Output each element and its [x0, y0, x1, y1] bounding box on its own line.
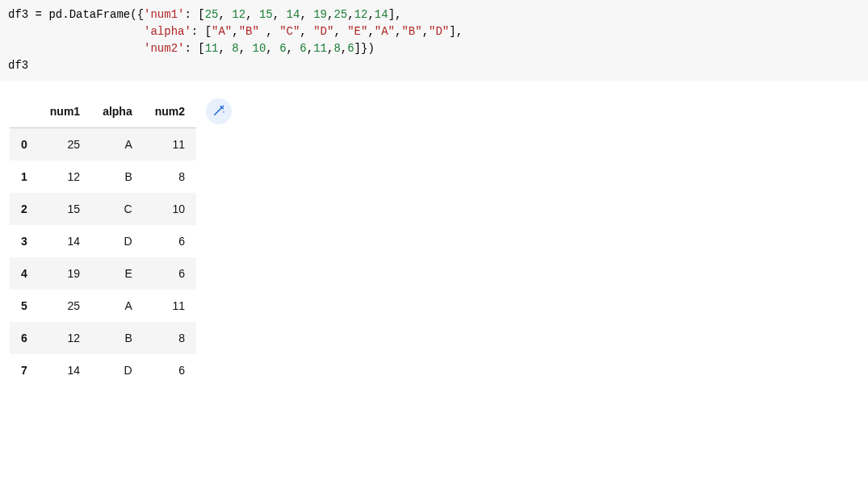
- row-index: 0: [10, 128, 39, 161]
- col-header-alpha: alpha: [91, 95, 144, 128]
- cell-alpha: D: [91, 354, 144, 386]
- cell-alpha: A: [91, 128, 144, 161]
- cell-num2: 6: [144, 354, 196, 386]
- magic-wand-icon: [212, 103, 226, 120]
- col-header-num2: num2: [144, 95, 196, 128]
- cell-num2: 6: [144, 257, 196, 290]
- code-line-3: 'num2': [11, 8, 10, 6, 6,11,8,6]}): [8, 42, 375, 55]
- cell-num2: 8: [144, 322, 196, 354]
- table-row: 5 25 A 11: [10, 290, 196, 322]
- cell-num1: 15: [39, 193, 91, 225]
- row-index: 3: [10, 225, 39, 257]
- table-row: 4 19 E 6: [10, 257, 196, 290]
- code-cell[interactable]: df3 = pd.DataFrame({'num1': [25, 12, 15,…: [0, 0, 868, 81]
- row-index: 2: [10, 193, 39, 225]
- code-line-2: 'alpha': ["A","B" , "C", "D", "E","A","B…: [8, 25, 463, 38]
- cell-num2: 11: [144, 290, 196, 322]
- cell-num1: 14: [39, 225, 91, 257]
- table-row: 1 12 B 8: [10, 161, 196, 193]
- cell-alpha: B: [91, 161, 144, 193]
- output-area: num1 alpha num2 0 25 A 11 1 12 B 8: [0, 95, 868, 386]
- table-row: 0 25 A 11: [10, 128, 196, 161]
- row-index: 7: [10, 354, 39, 386]
- row-index: 4: [10, 257, 39, 290]
- row-index: 6: [10, 322, 39, 354]
- cell-num1: 25: [39, 128, 91, 161]
- dataframe-table: num1 alpha num2 0 25 A 11 1 12 B 8: [10, 95, 196, 386]
- cell-alpha: D: [91, 225, 144, 257]
- cell-num2: 8: [144, 161, 196, 193]
- table-row: 2 15 C 10: [10, 193, 196, 225]
- index-header: [10, 95, 39, 128]
- cell-num1: 25: [39, 290, 91, 322]
- suggest-charts-button[interactable]: [206, 98, 232, 124]
- code-line-1: df3 = pd.DataFrame({'num1': [25, 12, 15,…: [8, 8, 401, 21]
- cell-num1: 12: [39, 161, 91, 193]
- table-row: 7 14 D 6: [10, 354, 196, 386]
- cell-num1: 12: [39, 322, 91, 354]
- table-row: 6 12 B 8: [10, 322, 196, 354]
- cell-num1: 14: [39, 354, 91, 386]
- cell-num2: 11: [144, 128, 196, 161]
- row-index: 1: [10, 161, 39, 193]
- cell-num2: 10: [144, 193, 196, 225]
- cell-alpha: B: [91, 322, 144, 354]
- cell-alpha: C: [91, 193, 144, 225]
- cell-alpha: E: [91, 257, 144, 290]
- code-line-4: df3: [8, 59, 28, 72]
- col-header-num1: num1: [39, 95, 91, 128]
- table-row: 3 14 D 6: [10, 225, 196, 257]
- row-index: 5: [10, 290, 39, 322]
- cell-num2: 6: [144, 225, 196, 257]
- cell-num1: 19: [39, 257, 91, 290]
- cell-alpha: A: [91, 290, 144, 322]
- table-header-row: num1 alpha num2: [10, 95, 196, 128]
